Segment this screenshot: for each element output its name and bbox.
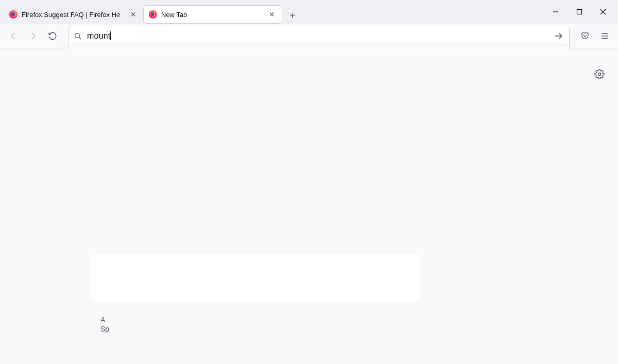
firefox-favicon [9, 10, 18, 19]
window-controls [544, 0, 615, 24]
svg-point-4 [75, 33, 80, 38]
back-button[interactable] [5, 28, 22, 44]
tab-title: Firefox Suggest FAQ | Firefox He [22, 11, 125, 19]
search-icon [74, 32, 82, 40]
svg-line-5 [79, 37, 81, 39]
pocket-button[interactable] [577, 28, 593, 44]
newtab-settings-button[interactable] [594, 69, 605, 79]
nav-toolbar: mount mount — Search with Google mount s… [0, 24, 618, 48]
new-tab-button[interactable]: + [284, 7, 301, 24]
close-icon[interactable]: ✕ [129, 10, 138, 19]
urlbar[interactable]: mount [68, 26, 570, 46]
content-card [91, 254, 420, 302]
tab-firefox-suggest-faq[interactable]: Firefox Suggest FAQ | Firefox He ✕ [4, 5, 143, 24]
reload-button[interactable] [44, 28, 61, 44]
forward-button[interactable] [25, 28, 41, 44]
newtab-content: A Sp [0, 48, 618, 364]
go-arrow-icon[interactable] [554, 31, 564, 41]
close-icon[interactable]: ✕ [267, 10, 277, 19]
content-text-fragment: A Sp [100, 315, 109, 334]
svg-rect-1 [577, 10, 582, 14]
urlbar-container: mount mount — Search with Google mount s… [68, 26, 570, 46]
tab-title: New Tab [161, 11, 263, 19]
tab-strip: Firefox Suggest FAQ | Firefox He ✕ New T… [0, 0, 618, 24]
app-menu-button[interactable] [596, 28, 613, 44]
tab-new-tab[interactable]: New Tab ✕ [143, 5, 282, 24]
urlbar-text: mount [87, 31, 548, 41]
close-window-button[interactable] [591, 0, 615, 24]
svg-point-27 [598, 73, 601, 76]
firefox-favicon [149, 10, 157, 19]
maximize-button[interactable] [568, 0, 591, 24]
toolbar-right-buttons [577, 28, 613, 44]
minimize-button[interactable] [544, 0, 568, 24]
